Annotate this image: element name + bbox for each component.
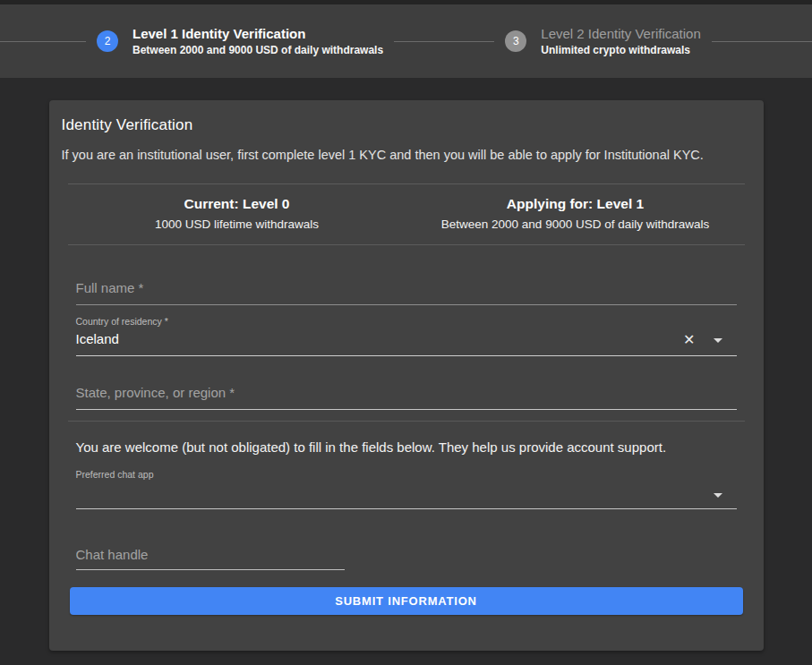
step-number: 3 bbox=[513, 35, 519, 47]
step-subtitle: Unlimited crypto withdrawals bbox=[541, 43, 700, 57]
stepper-connector bbox=[0, 41, 86, 42]
card-description: If you are an institutional user, first … bbox=[62, 146, 751, 164]
step-1-text: Level 1 Identity Verification Between 20… bbox=[132, 25, 383, 57]
applying-level-subtitle: Between 2000 and 9000 USD of daily withd… bbox=[406, 217, 745, 231]
chevron-down-icon[interactable] bbox=[714, 338, 722, 343]
current-level-subtitle: 1000 USD lifetime withdrawals bbox=[68, 217, 406, 231]
country-select-input[interactable] bbox=[76, 328, 737, 356]
chat-app-field: Preferred chat app bbox=[76, 469, 737, 509]
submit-information-button[interactable]: SUBMIT INFORMATION bbox=[70, 587, 743, 615]
step-title: Level 2 Identity Verification bbox=[541, 25, 700, 42]
chat-handle-input[interactable] bbox=[76, 541, 345, 570]
applying-level: Applying for: Level 1 Between 2000 and 9… bbox=[406, 196, 745, 231]
chat-app-select-input[interactable] bbox=[76, 481, 737, 509]
page-title: Identity Verification bbox=[62, 116, 751, 134]
stepper-step-level1[interactable]: 2 Level 1 Identity Verification Between … bbox=[97, 25, 383, 57]
applying-level-title: Applying for: Level 1 bbox=[406, 196, 745, 212]
stepper-header: 2 Level 1 Identity Verification Between … bbox=[0, 4, 812, 78]
stepper-step-level2[interactable]: 3 Level 2 Identity Verification Unlimite… bbox=[505, 25, 700, 57]
chevron-down-icon[interactable] bbox=[714, 493, 722, 498]
step-3-badge: 3 bbox=[505, 30, 526, 52]
page-background: Identity Verification If you are an inst… bbox=[0, 100, 812, 665]
stepper-connector bbox=[394, 41, 494, 42]
current-level-title: Current: Level 0 bbox=[68, 196, 406, 212]
step-subtitle: Between 2000 and 9000 USD of daily withd… bbox=[132, 43, 383, 57]
country-label: Country of residency * bbox=[76, 316, 737, 328]
state-field bbox=[76, 379, 737, 410]
current-level: Current: Level 0 1000 USD lifetime withd… bbox=[68, 196, 406, 231]
chat-app-label: Preferred chat app bbox=[76, 469, 737, 481]
step-number: 2 bbox=[105, 35, 111, 47]
level-comparison: Current: Level 0 1000 USD lifetime withd… bbox=[68, 183, 745, 245]
step-title: Level 1 Identity Verification bbox=[132, 25, 383, 42]
full-name-field bbox=[76, 275, 737, 305]
chat-handle-field bbox=[76, 541, 345, 570]
country-field: Country of residency * ✕ bbox=[76, 316, 737, 356]
step-2-badge: 2 bbox=[97, 30, 118, 52]
clear-icon[interactable]: ✕ bbox=[683, 333, 695, 347]
kyc-form: Country of residency * ✕ You are welcome… bbox=[76, 275, 737, 570]
optional-fields-note: You are welcome (but not obligated) to f… bbox=[76, 439, 737, 455]
full-name-input[interactable] bbox=[76, 275, 737, 305]
section-divider bbox=[68, 421, 745, 422]
state-input[interactable] bbox=[76, 379, 737, 410]
stepper-connector bbox=[712, 41, 812, 42]
step-2-text: Level 2 Identity Verification Unlimited … bbox=[541, 25, 700, 57]
identity-verification-card: Identity Verification If you are an inst… bbox=[49, 100, 764, 651]
